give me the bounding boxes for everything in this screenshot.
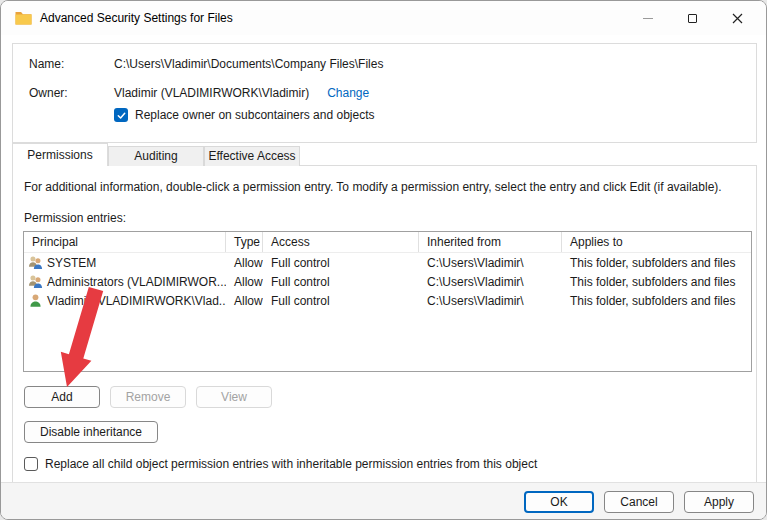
window-controls xyxy=(625,1,760,35)
checkbox-unchecked-icon xyxy=(24,457,38,471)
replace-child-checkbox[interactable]: Replace all child object permission entr… xyxy=(24,457,537,471)
cell-access: Full control xyxy=(263,272,419,291)
apply-button[interactable]: Apply xyxy=(684,491,754,513)
cancel-button[interactable]: Cancel xyxy=(604,491,674,513)
tab-auditing[interactable]: Auditing xyxy=(108,146,204,166)
user-icon xyxy=(28,293,43,308)
tab-effective-access[interactable]: Effective Access xyxy=(204,146,300,166)
column-header-inherited-from[interactable]: Inherited from xyxy=(419,232,562,252)
close-button[interactable] xyxy=(715,1,760,35)
add-button[interactable]: Add xyxy=(24,386,100,408)
ok-button[interactable]: OK xyxy=(524,491,594,513)
checkbox-checked-icon xyxy=(114,108,128,122)
permissions-tab-panel: For additional information, double-click… xyxy=(12,165,757,482)
name-value: C:\Users\Vladimir\Documents\Company File… xyxy=(114,57,383,71)
permission-entries-table: Principal Type Access Inherited from App… xyxy=(23,231,752,372)
maximize-icon xyxy=(688,14,697,23)
users-icon xyxy=(28,255,43,270)
owner-label: Owner: xyxy=(29,86,114,100)
owner-value: Vladimir (VLADIMIRWORK\Vladimir) xyxy=(114,86,309,100)
tab-strip: Permissions Auditing Effective Access xyxy=(12,143,300,166)
cell-type: Allow xyxy=(226,253,263,272)
cell-type: Allow xyxy=(226,272,263,291)
folder-icon xyxy=(15,11,32,25)
cell-principal: Administrators (VLADIMIRWOR... xyxy=(47,275,226,289)
column-header-access[interactable]: Access xyxy=(263,232,419,252)
column-header-type[interactable]: Type xyxy=(226,232,263,252)
cell-access: Full control xyxy=(263,291,419,310)
cell-applies-to: This folder, subfolders and files xyxy=(562,272,751,291)
users-icon xyxy=(28,274,43,289)
cell-principal: Vladimir (VLADIMIRWORK\Vlad... xyxy=(47,294,226,308)
table-row[interactable]: Administrators (VLADIMIRWOR... Allow Ful… xyxy=(24,272,751,291)
cell-principal: SYSTEM xyxy=(47,256,96,270)
change-owner-link[interactable]: Change xyxy=(327,86,369,100)
advanced-security-settings-dialog: Advanced Security Settings for Files Nam… xyxy=(0,0,767,520)
name-label: Name: xyxy=(29,57,114,71)
cell-applies-to: This folder, subfolders and files xyxy=(562,253,751,272)
object-info-groupbox: Name: C:\Users\Vladimir\Documents\Compan… xyxy=(12,43,757,143)
cell-inherited-from: C:\Users\Vladimir\ xyxy=(419,291,562,310)
minimize-icon xyxy=(643,18,653,19)
cell-applies-to: This folder, subfolders and files xyxy=(562,291,751,310)
permissions-description: For additional information, double-click… xyxy=(24,180,722,194)
permission-entries-label: Permission entries: xyxy=(24,211,126,225)
cell-inherited-from: C:\Users\Vladimir\ xyxy=(419,253,562,272)
replace-owner-checkbox[interactable]: Replace owner on subcontainers and objec… xyxy=(114,108,374,122)
table-row[interactable]: Vladimir (VLADIMIRWORK\Vlad... Allow Ful… xyxy=(24,291,751,310)
cell-access: Full control xyxy=(263,253,419,272)
replace-child-label: Replace all child object permission entr… xyxy=(45,457,537,471)
table-header-row: Principal Type Access Inherited from App… xyxy=(24,232,751,253)
tab-permissions[interactable]: Permissions xyxy=(12,143,108,166)
disable-inheritance-button[interactable]: Disable inheritance xyxy=(24,421,158,443)
dialog-footer: OK Cancel Apply xyxy=(1,482,767,520)
cell-inherited-from: C:\Users\Vladimir\ xyxy=(419,272,562,291)
window-title: Advanced Security Settings for Files xyxy=(40,11,233,25)
close-icon xyxy=(732,13,743,24)
minimize-button[interactable] xyxy=(625,1,670,35)
view-button[interactable]: View xyxy=(196,386,272,408)
column-header-principal[interactable]: Principal xyxy=(24,232,226,252)
column-header-applies-to[interactable]: Applies to xyxy=(562,232,751,252)
remove-button[interactable]: Remove xyxy=(110,386,186,408)
cell-type: Allow xyxy=(226,291,263,310)
table-row[interactable]: SYSTEM Allow Full control C:\Users\Vladi… xyxy=(24,253,751,272)
maximize-button[interactable] xyxy=(670,1,715,35)
replace-owner-label: Replace owner on subcontainers and objec… xyxy=(135,108,374,122)
